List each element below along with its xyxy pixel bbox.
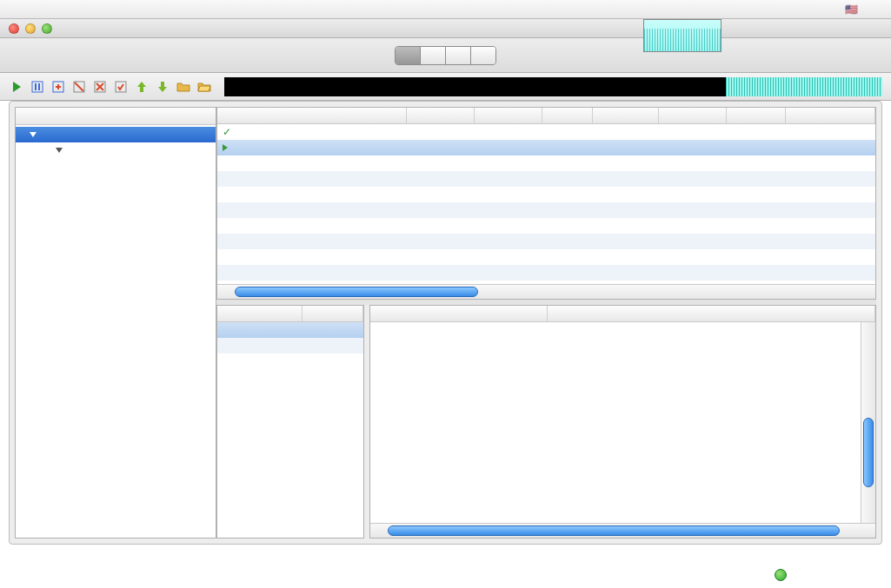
content-area: ✓ xyxy=(216,107,876,538)
download-row-empty xyxy=(217,202,875,218)
deleteall-icon[interactable] xyxy=(113,79,129,95)
play-icon xyxy=(223,144,228,151)
tab-urlsniffer[interactable] xyxy=(471,47,495,64)
scrollbar-thumb[interactable] xyxy=(235,287,478,297)
close-window-button[interactable] xyxy=(9,23,19,34)
log-pane xyxy=(369,305,876,538)
col-speed[interactable] xyxy=(727,108,786,123)
col-rem[interactable] xyxy=(659,108,727,123)
check-icon: ✓ xyxy=(223,124,231,140)
tree-music[interactable] xyxy=(16,165,216,168)
download-row-empty xyxy=(217,234,875,249)
log-vscroll[interactable] xyxy=(861,322,875,523)
download-row-empty xyxy=(217,218,875,234)
col-info[interactable] xyxy=(548,306,875,321)
moveup-icon[interactable] xyxy=(134,79,150,95)
movedown-icon[interactable] xyxy=(155,79,170,95)
download-list-pane: ✓ xyxy=(216,107,876,300)
status-indicator-icon xyxy=(775,569,787,581)
segmented-control xyxy=(395,46,496,65)
download-row-empty xyxy=(217,187,875,202)
openfolder-icon[interactable] xyxy=(176,79,191,95)
col-name[interactable] xyxy=(217,108,407,123)
tree-completed[interactable] xyxy=(16,142,216,158)
sidebar xyxy=(15,107,216,538)
main-area: ✓ xyxy=(9,101,882,545)
delete-icon[interactable] xyxy=(92,79,108,95)
threads-pane xyxy=(216,305,364,538)
log-rows xyxy=(370,322,875,523)
tab-download[interactable] xyxy=(396,47,421,64)
scrollbar-thumb[interactable] xyxy=(863,418,874,487)
tab-proxy[interactable] xyxy=(421,47,446,64)
thread-columns xyxy=(217,306,363,322)
download-row[interactable]: ✓ xyxy=(217,124,875,140)
col-size[interactable] xyxy=(407,108,475,123)
download-row-empty xyxy=(217,155,875,171)
minimize-window-button[interactable] xyxy=(25,23,36,34)
toolbar-tabs xyxy=(0,38,891,73)
download-row-empty xyxy=(217,171,875,187)
bottom-split xyxy=(216,305,876,538)
download-row[interactable] xyxy=(217,140,875,155)
tab-siteprobe[interactable] xyxy=(446,47,471,64)
statusbar xyxy=(0,562,891,588)
flag-icon[interactable]: 🇺🇸 xyxy=(845,3,858,16)
col-done[interactable] xyxy=(475,108,542,123)
thread-row[interactable] xyxy=(217,338,363,353)
speed-overlay xyxy=(643,19,721,52)
svg-rect-2 xyxy=(32,82,43,92)
col-url[interactable] xyxy=(786,108,875,123)
folder-tree xyxy=(16,125,216,538)
col-thread-speed[interactable] xyxy=(303,306,363,321)
download-columns xyxy=(217,108,875,124)
browsefolder-icon[interactable] xyxy=(196,79,212,95)
col-thread[interactable] xyxy=(217,306,303,321)
log-columns xyxy=(370,306,875,322)
download-rows: ✓ xyxy=(217,124,875,284)
start-icon[interactable] xyxy=(9,79,24,95)
download-row-empty xyxy=(217,249,875,265)
zoom-window-button[interactable] xyxy=(42,23,52,34)
col-time[interactable] xyxy=(370,306,548,321)
tree-downloading[interactable] xyxy=(16,127,216,142)
thread-row[interactable] xyxy=(217,322,363,338)
scrollbar-thumb[interactable] xyxy=(388,525,840,536)
speed-graph xyxy=(224,77,882,96)
newtask-icon[interactable] xyxy=(50,79,66,95)
log-hscroll[interactable] xyxy=(370,523,875,538)
sidebar-header xyxy=(16,108,216,125)
col-used[interactable] xyxy=(593,108,659,123)
download-hscroll[interactable] xyxy=(217,284,875,299)
col-pct[interactable] xyxy=(542,108,593,123)
svg-rect-4 xyxy=(38,83,40,90)
icon-toolbar xyxy=(0,73,891,101)
download-row-empty xyxy=(217,265,875,281)
system-menubar: 🇺🇸 xyxy=(0,0,891,19)
pause-icon[interactable] xyxy=(30,79,45,95)
window-titlebar xyxy=(0,19,891,38)
newbatch-icon[interactable] xyxy=(71,79,87,95)
svg-rect-3 xyxy=(35,83,37,90)
